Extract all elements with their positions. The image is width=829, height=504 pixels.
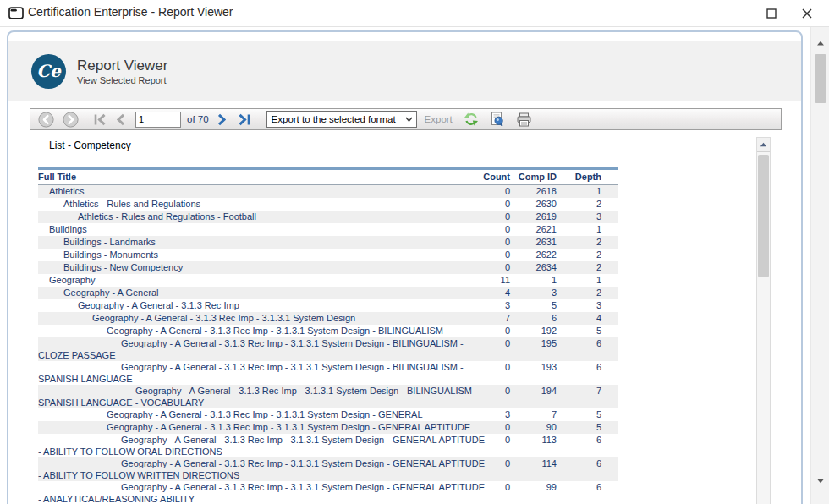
row-full-title-cell: Geography bbox=[38, 274, 466, 287]
row-count-cell: 0 bbox=[466, 185, 510, 198]
report-scrollbar[interactable] bbox=[756, 137, 771, 504]
row-depth-cell: 3 bbox=[557, 211, 601, 223]
table-row: Buildings - Monuments026222 bbox=[38, 249, 618, 261]
row-depth-cell: 2 bbox=[557, 261, 601, 274]
window-titlebar: Certification Enterprise - Report Viewer bbox=[0, 0, 829, 27]
row-depth-cell: 5 bbox=[557, 421, 601, 434]
row-count-cell: 0 bbox=[466, 361, 510, 374]
row-comp-id-cell: 193 bbox=[510, 361, 557, 374]
row-comp-id-cell: 90 bbox=[510, 421, 557, 434]
row-comp-id-cell: 194 bbox=[510, 385, 557, 397]
column-header: Full Title bbox=[38, 172, 466, 182]
row-depth-cell: 6 bbox=[557, 481, 601, 494]
screen: { "window": { "title": "Certification En… bbox=[0, 0, 829, 504]
column-header: Depth bbox=[557, 171, 601, 184]
scroll-up-button[interactable] bbox=[813, 36, 828, 51]
row-full-title-cell: Geography - A General - 3.1.3 Rec Imp - … bbox=[38, 361, 466, 385]
next-page-icon bbox=[217, 113, 227, 126]
next-page-button[interactable] bbox=[217, 113, 227, 126]
export-button[interactable]: Export bbox=[425, 114, 453, 124]
row-comp-id-cell: 195 bbox=[510, 337, 557, 350]
row-depth-cell: 2 bbox=[557, 198, 601, 211]
row-count-cell: 0 bbox=[466, 236, 510, 249]
close-button[interactable] bbox=[795, 3, 819, 24]
arrow-up-icon bbox=[816, 41, 825, 46]
row-comp-id-cell: 2618 bbox=[510, 185, 557, 198]
row-full-title-cell: Geography - A General - 3.1.3 Rec Imp - … bbox=[38, 457, 466, 481]
table-row: Geography - A General - 3.1.3 Rec Imp - … bbox=[38, 337, 618, 361]
row-full-title-cell: Athletics - Rules and Regulations - Foot… bbox=[38, 211, 466, 223]
print-button[interactable] bbox=[516, 112, 532, 127]
table-row: Geography - A General - 3.1.3 Rec Imp - … bbox=[38, 361, 618, 385]
scrollbar-thumb[interactable] bbox=[815, 54, 826, 103]
print-layout-button[interactable] bbox=[490, 112, 505, 127]
first-page-icon bbox=[93, 113, 107, 126]
printer-icon bbox=[516, 112, 532, 127]
row-depth-cell: 2 bbox=[557, 236, 601, 249]
row-full-title-cell: Geography - A General - 3.1.3 Rec Imp bbox=[38, 299, 466, 312]
page-title: Report Viewer bbox=[77, 58, 167, 74]
row-full-title-cell: Geography - A General - 3.1.3 Rec Imp - … bbox=[38, 325, 466, 337]
row-full-title-cell: Buildings - New Competency bbox=[38, 261, 466, 274]
ce-logo: Ce bbox=[31, 54, 66, 89]
previous-page-button[interactable] bbox=[116, 113, 125, 126]
table-row: Geography - A General - 3.1.3 Rec Imp - … bbox=[38, 385, 618, 408]
dialog-header: Ce Report Viewer View Selected Report bbox=[8, 41, 801, 101]
row-depth-cell: 4 bbox=[557, 312, 601, 325]
report-content-area: List - Competency Full TitleCountComp ID… bbox=[30, 132, 782, 504]
row-comp-id-cell: 114 bbox=[510, 457, 557, 470]
scroll-down-button[interactable] bbox=[813, 474, 828, 489]
table-row: Geography - A General - 3.1.3 Rec Imp - … bbox=[38, 325, 618, 337]
forward-button[interactable] bbox=[63, 112, 79, 128]
row-count-cell: 0 bbox=[466, 481, 510, 494]
row-comp-id-cell: 2621 bbox=[510, 223, 557, 236]
export-select-value: Export to the selected format bbox=[272, 114, 396, 124]
row-comp-id-cell: 3 bbox=[510, 287, 557, 299]
row-full-title-cell: Athletics - Rules and Regulations bbox=[38, 198, 466, 211]
table-row: Geography1111 bbox=[38, 274, 618, 287]
row-count-cell: 0 bbox=[466, 198, 510, 211]
page-subtitle: View Selected Report bbox=[77, 75, 167, 85]
row-depth-cell: 5 bbox=[557, 325, 601, 337]
row-depth-cell: 2 bbox=[557, 249, 601, 261]
row-count-cell: 4 bbox=[466, 287, 510, 299]
row-full-title-cell: Athletics bbox=[38, 185, 466, 198]
row-count-cell: 3 bbox=[466, 299, 510, 312]
row-comp-id-cell: 1 bbox=[510, 274, 557, 287]
row-depth-cell: 6 bbox=[557, 337, 601, 350]
row-comp-id-cell: 2631 bbox=[510, 236, 557, 249]
row-full-title-cell: Geography - A General - 3.1.3 Rec Imp - … bbox=[38, 434, 466, 457]
export-format-select[interactable]: Export to the selected format bbox=[266, 111, 417, 128]
last-page-button[interactable] bbox=[238, 113, 251, 126]
table-row: Geography - A General - 3.1.3 Rec Imp - … bbox=[38, 312, 618, 325]
row-comp-id-cell: 2634 bbox=[510, 261, 557, 274]
row-full-title-cell: Geography - A General bbox=[38, 287, 466, 299]
row-count-cell: 7 bbox=[466, 312, 510, 325]
row-count-cell: 0 bbox=[466, 434, 510, 446]
first-page-button[interactable] bbox=[93, 113, 107, 126]
arrow-up-icon bbox=[760, 142, 767, 147]
window-scrollbar[interactable] bbox=[810, 27, 829, 504]
refresh-button[interactable] bbox=[464, 112, 479, 127]
chevron-down-icon bbox=[405, 117, 413, 122]
table-row: Athletics - Rules and Regulations - Foot… bbox=[38, 211, 618, 223]
row-full-title-cell: Buildings bbox=[38, 223, 466, 236]
row-full-title-cell: Buildings - Landmarks bbox=[38, 236, 466, 249]
row-full-title-cell: Geography - A General - 3.1.3 Rec Imp - … bbox=[38, 385, 466, 408]
back-button[interactable] bbox=[38, 112, 54, 128]
row-count-cell: 0 bbox=[466, 337, 510, 350]
report-viewer-dialog: Ce Report Viewer View Selected Report of… bbox=[7, 30, 803, 504]
page-number-input[interactable] bbox=[135, 112, 181, 128]
row-depth-cell: 1 bbox=[557, 185, 601, 198]
table-row: Athletics - Rules and Regulations026302 bbox=[38, 198, 618, 211]
page-total-label: of 70 bbox=[187, 114, 209, 124]
row-comp-id-cell: 2619 bbox=[510, 211, 557, 223]
row-depth-cell: 6 bbox=[557, 434, 601, 446]
report-scrollbar-thumb[interactable] bbox=[758, 155, 769, 277]
print-layout-icon bbox=[490, 112, 505, 127]
maximize-button[interactable] bbox=[760, 3, 783, 24]
report-toolbar: of 70 Export to the selected format Expo… bbox=[30, 108, 782, 130]
row-count-cell: 0 bbox=[466, 325, 510, 337]
column-header: Count bbox=[466, 171, 510, 184]
report-scroll-up-button[interactable] bbox=[757, 138, 770, 152]
